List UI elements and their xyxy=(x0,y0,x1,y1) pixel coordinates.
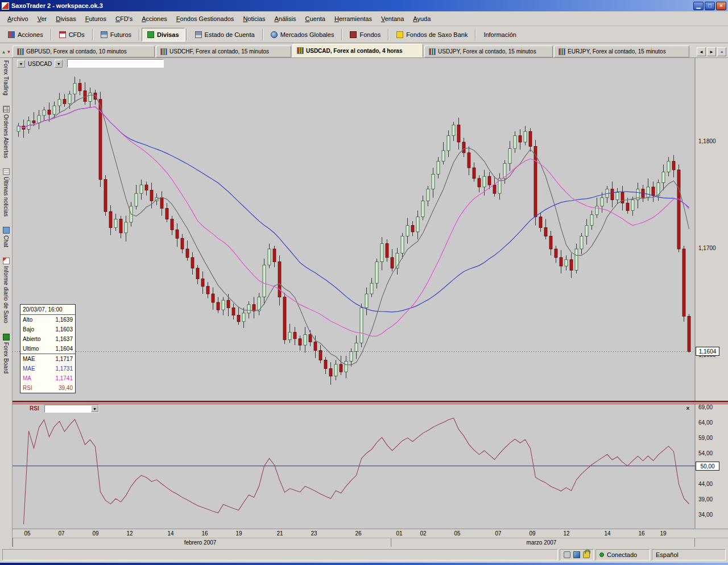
price-chart[interactable] xyxy=(13,58,728,401)
tabs-scroll-right-button[interactable]: ► xyxy=(707,47,716,56)
date-tick: 14 xyxy=(603,530,612,537)
sidebar-item-ultimas-noticias[interactable]: Últimas noticias xyxy=(3,168,10,217)
menu-noticias[interactable]: Noticias xyxy=(239,14,269,24)
menu-fondos-gestionados[interactable]: Fondos Gestionados xyxy=(172,14,238,24)
toolbar-futuros[interactable]: Futuros xyxy=(95,28,137,41)
sidebar-label: Ordenes Abiertas xyxy=(3,114,9,158)
date-tick: 12 xyxy=(125,530,134,537)
maximize-button[interactable]: □ xyxy=(705,2,715,10)
cfds-icon xyxy=(59,31,66,38)
menu-ver[interactable]: Ver xyxy=(34,14,51,24)
date-tick: 19 xyxy=(234,530,243,537)
tab-label: GBPUSD, Forex al contado, 10 minutos xyxy=(26,48,127,55)
tab-usdcad[interactable]: USDCAD, Forex al contado, 4 horas xyxy=(292,44,423,57)
rsi-axis-label: 44,00 xyxy=(698,481,726,487)
saxo-bank-icon xyxy=(396,31,403,38)
status-icons-cell xyxy=(560,549,594,560)
tabs-close-button[interactable]: × xyxy=(717,47,726,56)
date-tick: 16 xyxy=(200,530,209,537)
toolbar-fondos-saxo-bank[interactable]: Fondos de Saxo Bank xyxy=(391,28,473,41)
menu-herramientas[interactable]: Herramientas xyxy=(330,14,376,24)
menu-futuros[interactable]: Futuros xyxy=(81,14,110,24)
rsi-header: RSI ▼ × xyxy=(13,405,728,414)
acciones-icon xyxy=(8,31,15,38)
monitor-icon xyxy=(573,551,580,558)
toolbar-label: Futuros xyxy=(110,31,131,38)
tooltip-row: Bajo1,1603 xyxy=(20,325,75,334)
price-axis-label: 1,1700 xyxy=(698,245,726,251)
symbol-label: USDCAD xyxy=(26,61,53,67)
price-chart-panel: ▼ USDCAD ▼ 1,1800 1,1700 1,1600 1,1604 2… xyxy=(13,58,728,401)
sidebar-item-forex-trading[interactable]: Forex Trading xyxy=(3,60,9,95)
tab-eurjpy[interactable]: EURJPY, Forex al contado, 15 minutos xyxy=(554,45,689,57)
toolbar-acciones[interactable]: Acciones xyxy=(2,28,49,41)
menu-ventana[interactable]: Ventana xyxy=(377,14,408,24)
ohlc-tooltip: 20/03/07, 16:00 Alto1,1639 Bajo1,1603 Ab… xyxy=(20,304,76,393)
menu-cuenta[interactable]: Cuenta xyxy=(301,14,329,24)
menu-analisis[interactable]: Análisis xyxy=(271,14,300,24)
rsi-study-combo[interactable]: ▼ xyxy=(44,405,99,413)
sidebar-item-ordenes-abiertas[interactable]: Ordenes Abiertas xyxy=(3,106,10,158)
rsi-panel: RSI ▼ × 69,00 64,00 59,00 54,00 44,00 39… xyxy=(13,404,728,529)
sidebar-item-chat[interactable]: Chat xyxy=(3,227,10,247)
tab-scroll-controls: ◄ ► × xyxy=(695,47,728,57)
toolbar-fondos[interactable]: Fondos xyxy=(344,28,386,41)
sidebar-item-forex-board[interactable]: Forex Board xyxy=(3,334,10,373)
toolbar-separator xyxy=(475,29,476,40)
tool-bar: Acciones CFDs Futuros Divisas Estado de … xyxy=(0,26,728,43)
toolbar-label: Divisas xyxy=(157,31,179,38)
rsi-axis-label: 34,00 xyxy=(698,512,726,518)
sidebar-item-informe-diario[interactable]: Informe diario de Saxo xyxy=(3,257,10,323)
toolbar-mercados-globales[interactable]: Mercados Globales xyxy=(265,28,340,41)
date-tick: 05 xyxy=(453,530,462,537)
sidebar-label: Forex Trading xyxy=(3,60,9,95)
date-tick: 19 xyxy=(659,530,668,537)
connection-status-icon xyxy=(599,552,604,557)
status-message-cell xyxy=(2,549,558,560)
status-bar: Conectado Español xyxy=(0,547,728,563)
menu-acciones[interactable]: Acciones xyxy=(138,14,171,24)
dropdown-icon[interactable]: ▼ xyxy=(17,60,25,68)
rsi-chart[interactable] xyxy=(13,404,728,529)
toolbar-estado-de-cuenta[interactable]: Estado de Cuenta xyxy=(189,28,260,41)
divisas-icon xyxy=(147,31,154,38)
chart-icon xyxy=(17,48,24,55)
sidebar-label: Últimas noticias xyxy=(3,177,9,217)
menu-ayuda[interactable]: Ayuda xyxy=(409,14,435,24)
minimize-button[interactable]: ▁ xyxy=(693,2,704,10)
month-divider xyxy=(391,538,391,547)
symbol-combo[interactable]: ▼ USDCAD ▼ xyxy=(17,59,63,68)
dropdown-icon[interactable]: ▼ xyxy=(55,60,63,68)
menu-cfds[interactable]: CFD's xyxy=(111,14,136,24)
symbol-search-input[interactable] xyxy=(67,59,164,68)
toolbar-informacion[interactable]: Información xyxy=(478,28,522,41)
tooltip-row: MAE1,1731 xyxy=(20,364,75,373)
app-icon xyxy=(2,2,9,10)
sidebar-label: Chat xyxy=(3,235,9,247)
tab-usdchf[interactable]: USDCHF, Forex al contado, 15 minutos xyxy=(156,45,291,57)
dropdown-icon[interactable]: ▼ xyxy=(91,405,98,412)
date-tick: 21 xyxy=(275,530,284,537)
rsi-close-icon[interactable]: × xyxy=(684,405,692,412)
toolbar-divisas[interactable]: Divisas xyxy=(142,28,185,41)
lock-icon xyxy=(583,551,590,558)
toolbar-label: Fondos de Saxo Bank xyxy=(406,31,468,38)
language-cell: Español xyxy=(652,549,726,560)
date-tick: 02 xyxy=(419,530,428,537)
chat-icon xyxy=(3,227,10,234)
tab-usdjpy[interactable]: USDJPY, Forex al contado, 15 minutos xyxy=(424,45,553,57)
menu-archivo[interactable]: Archivo xyxy=(3,14,32,24)
language-label: Español xyxy=(656,551,679,558)
tabs-scroll-left-button[interactable]: ◄ xyxy=(697,47,706,56)
menu-divisas[interactable]: Divisas xyxy=(52,14,80,24)
toolbar-cfds[interactable]: CFDs xyxy=(53,28,90,41)
rsi-label: RSI xyxy=(30,405,39,412)
date-tick: 26 xyxy=(354,530,363,537)
chart-tab-bar: ▲ ▼ GBPUSD, Forex al contado, 10 minutos… xyxy=(0,43,728,58)
tab-gbpusd[interactable]: GBPUSD, Forex al contado, 10 minutos xyxy=(13,45,155,57)
connection-status-cell: Conectado xyxy=(595,549,650,560)
close-button[interactable]: × xyxy=(716,2,726,10)
connection-status-label: Conectado xyxy=(607,551,637,558)
date-tick: 12 xyxy=(562,530,571,537)
rsi-axis-label: 39,00 xyxy=(698,496,726,502)
